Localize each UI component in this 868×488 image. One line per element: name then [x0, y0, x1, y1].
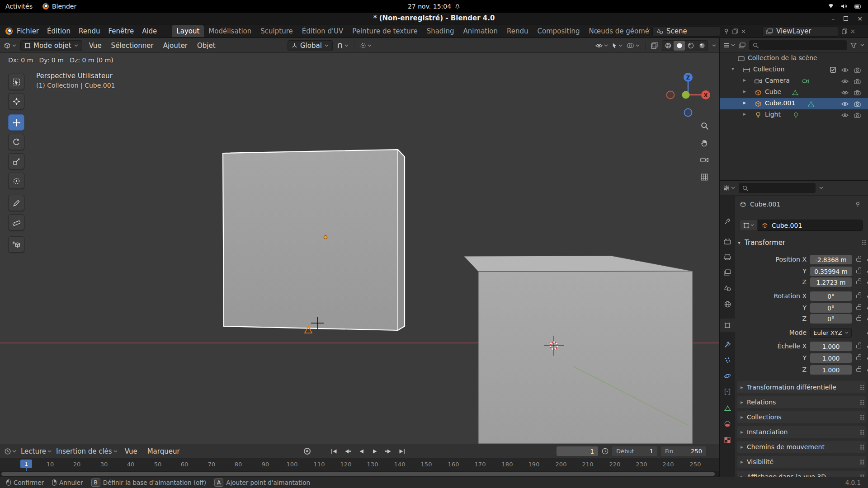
rotation-x-field[interactable]: 0° — [810, 291, 852, 301]
scene-selector[interactable]: Scene — [652, 26, 720, 37]
menu-ajouter[interactable]: Ajouter — [160, 42, 190, 50]
disclosure-open-icon[interactable]: ▾ — [731, 66, 734, 72]
jump-to-start-button[interactable] — [329, 446, 340, 456]
lock-open-icon[interactable] — [856, 281, 861, 284]
cube-unselected[interactable] — [464, 256, 693, 444]
tool-add-cube[interactable] — [8, 236, 24, 253]
orientation-dropdown[interactable]: Global — [288, 40, 333, 51]
proportional-editing-toggle[interactable] — [360, 42, 372, 49]
close-button[interactable]: × — [857, 15, 863, 22]
outliner-editor-dropdown[interactable] — [723, 42, 735, 48]
editor-type-dropdown[interactable] — [4, 42, 16, 49]
outliner-row-light[interactable]: ▸ Light — [720, 109, 868, 121]
menu-selectionner[interactable]: Sélectionner — [108, 42, 156, 50]
tab-edition-uv[interactable]: Édition d'UV — [297, 25, 348, 37]
properties-search-input[interactable] — [739, 183, 816, 193]
tab-output[interactable] — [720, 250, 735, 264]
render-visibility-icon[interactable] — [854, 67, 861, 73]
outliner-search-input[interactable] — [749, 40, 847, 50]
tab-constraints[interactable] — [720, 385, 735, 399]
menu-fenetre[interactable]: Fenêtre — [104, 27, 138, 35]
panel-drag-grip[interactable] — [860, 430, 862, 431]
tab-view-layer[interactable] — [720, 266, 735, 279]
navigation-gizmo[interactable]: Z X — [663, 70, 713, 120]
jump-to-end-button[interactable] — [396, 446, 407, 456]
tab-scene[interactable] — [720, 282, 735, 295]
chevron-down-icon[interactable] — [860, 44, 864, 47]
section-motion-paths[interactable]: ▸Chemins de mouvement — [737, 441, 866, 453]
shading-solid-button[interactable] — [674, 41, 685, 51]
overlays-dropdown[interactable] — [627, 43, 640, 48]
outliner-row-camera[interactable]: ▸ Camera — [720, 75, 868, 87]
new-viewlayer-icon[interactable] — [842, 28, 847, 34]
chevron-down-icon[interactable] — [712, 44, 716, 47]
panel-drag-grip[interactable] — [860, 460, 862, 461]
tab-render[interactable] — [720, 235, 735, 248]
section-viewport-display[interactable]: ▸Affichage dans la vue 3D — [737, 471, 866, 477]
position-x-field[interactable]: -2.8368 m — [810, 255, 852, 264]
outliner-row-collection[interactable]: ▾ Collection — [720, 64, 868, 75]
viewport-zoom-button[interactable] — [698, 120, 710, 131]
render-visibility-icon[interactable] — [854, 113, 861, 118]
scale-x-field[interactable]: 1.000 — [810, 342, 852, 351]
menu-fichier[interactable]: Fichier — [13, 27, 43, 35]
viewlayer-selector[interactable]: ViewLayer — [762, 26, 838, 37]
position-y-field[interactable]: 0.35994 m — [810, 267, 852, 276]
lock-open-icon[interactable] — [856, 368, 861, 372]
tool-scale[interactable] — [8, 153, 24, 169]
app-menu[interactable]: Blender — [42, 3, 76, 10]
render-visibility-icon[interactable] — [854, 79, 861, 84]
scale-y-field[interactable]: 1.000 — [810, 353, 852, 363]
menu-rendu[interactable]: Rendu — [75, 27, 104, 35]
gizmos-dropdown[interactable] — [612, 42, 623, 48]
tool-annotate[interactable] — [8, 195, 24, 211]
menu-vue[interactable]: Vue — [86, 42, 104, 50]
tab-world[interactable] — [720, 297, 735, 311]
tab-modifiers[interactable] — [720, 338, 735, 351]
timeline-editor-dropdown[interactable] — [5, 448, 16, 455]
viewport-canvas[interactable]: Dx: 0 m Dy: 0 m Dz: 0 m (0 m) Perspectiv… — [0, 53, 719, 444]
snap-toggle[interactable] — [337, 42, 349, 49]
section-instancing[interactable]: ▸Instanciation — [737, 426, 866, 438]
keying-menu[interactable]: Insertion de clés — [56, 447, 118, 455]
tool-move[interactable] — [8, 114, 24, 131]
panel-drag-grip[interactable] — [862, 240, 863, 241]
tab-particles[interactable] — [720, 353, 735, 367]
tool-rotate[interactable] — [8, 134, 24, 150]
tool-transform[interactable] — [8, 173, 24, 189]
eye-icon[interactable] — [841, 113, 849, 117]
next-keyframe-button[interactable] — [383, 446, 394, 456]
current-frame-field[interactable]: 1 — [557, 446, 598, 456]
tab-texture[interactable] — [720, 433, 735, 447]
display-mode-icon[interactable] — [739, 42, 745, 48]
panel-drag-grip[interactable] — [860, 385, 862, 386]
tab-tool[interactable] — [720, 215, 735, 228]
eye-icon[interactable] — [841, 79, 849, 84]
scale-z-field[interactable]: 1.000 — [810, 365, 852, 375]
tab-layout[interactable]: Layout — [172, 25, 204, 37]
cube-selected[interactable] — [223, 150, 405, 330]
timeline-scrollbar[interactable] — [0, 471, 719, 477]
outliner-row-scene-collection[interactable]: Collection de la scène — [720, 53, 868, 64]
menu-aide[interactable]: Aide — [138, 27, 161, 35]
auto-key-record-button[interactable] — [304, 448, 311, 455]
scrollbar-handle[interactable] — [1, 472, 715, 476]
timeline-marker-menu[interactable]: Marqueur — [145, 447, 183, 455]
tab-object[interactable] — [720, 319, 735, 332]
object-type-dropdown[interactable] — [740, 220, 758, 231]
section-relations[interactable]: ▸Relations — [737, 396, 866, 408]
mode-dropdown[interactable]: Mode objet — [20, 40, 82, 51]
rotation-mode-dropdown[interactable]: Euler XYZ — [810, 328, 852, 338]
shading-wireframe-button[interactable] — [662, 41, 674, 51]
lock-open-icon[interactable] — [856, 357, 861, 360]
timeline-ruler[interactable]: 10 20 30 40 50 60 70 80 90 100 110 120 1… — [0, 458, 719, 471]
tab-modelisation[interactable]: Modélisation — [204, 25, 256, 37]
disclosure-closed-icon[interactable]: ▸ — [743, 88, 746, 94]
breadcrumb-object[interactable]: Cube.001 — [750, 201, 780, 208]
lock-open-icon[interactable] — [856, 345, 861, 348]
tab-object-data[interactable] — [720, 401, 735, 415]
lock-open-icon[interactable] — [856, 258, 861, 262]
blender-logo-icon[interactable] — [5, 28, 13, 35]
section-visibility[interactable]: ▸Visibilité — [737, 456, 866, 468]
pin-icon[interactable] — [855, 202, 860, 207]
